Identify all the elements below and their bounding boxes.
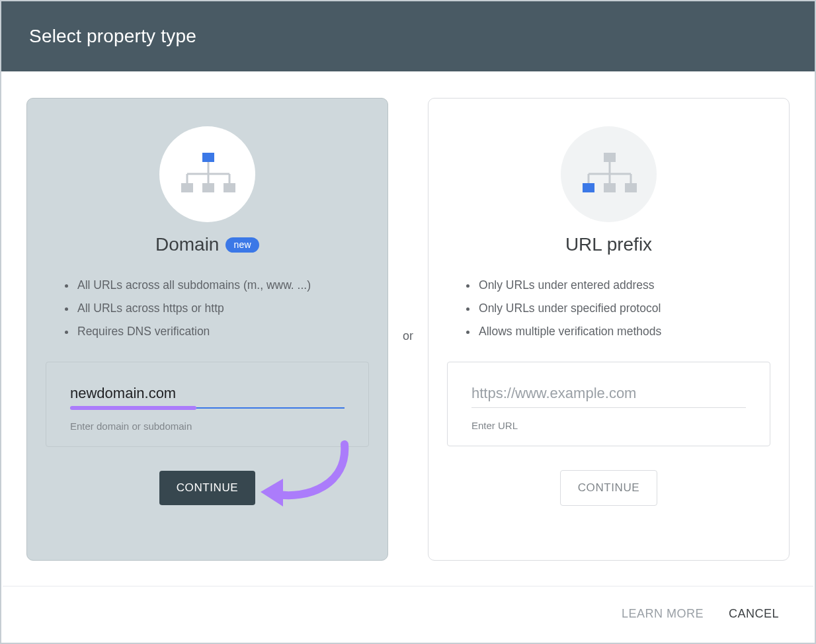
domain-input[interactable] — [70, 383, 345, 407]
arrow-annotation-icon — [255, 438, 361, 517]
svg-rect-6 — [181, 183, 193, 192]
new-badge: new — [225, 237, 259, 253]
url-title-text: URL prefix — [565, 234, 652, 255]
input-underline — [471, 407, 746, 408]
domain-feature: Requires DNS verification — [76, 320, 369, 343]
or-separator: or — [403, 329, 413, 343]
domain-features: All URLs across all subdomains (m., www.… — [46, 274, 369, 343]
url-feature: Allows multiple verification methods — [477, 320, 770, 343]
url-input-helper: Enter URL — [471, 420, 746, 431]
url-button-row: CONTINUE — [447, 470, 770, 506]
url-feature: Only URLs under entered address — [477, 274, 770, 297]
highlight-annotation — [70, 406, 196, 410]
svg-rect-0 — [202, 153, 214, 162]
svg-rect-9 — [604, 153, 616, 162]
url-card-title: URL prefix — [565, 234, 652, 255]
domain-feature: All URLs across https or http — [76, 297, 369, 320]
sitemap-icon — [159, 126, 255, 222]
url-prefix-card[interactable]: URL prefix Only URLs under entered addre… — [428, 98, 790, 561]
svg-rect-16 — [604, 183, 616, 192]
domain-card-title: Domain new — [155, 234, 259, 255]
domain-input-container: Enter domain or subdomain — [46, 362, 369, 447]
dialog: Select property type Domain — [0, 0, 816, 644]
domain-continue-button[interactable]: CONTINUE — [159, 471, 256, 505]
svg-rect-7 — [202, 183, 214, 192]
cancel-button[interactable]: CANCEL — [729, 607, 779, 621]
domain-card[interactable]: Domain new All URLs across all subdomain… — [26, 98, 388, 561]
url-features: Only URLs under entered address Only URL… — [447, 274, 770, 343]
svg-rect-8 — [224, 183, 235, 192]
url-continue-button[interactable]: CONTINUE — [560, 470, 658, 506]
url-input-container: Enter URL — [447, 362, 770, 446]
dialog-header: Select property type — [1, 1, 815, 71]
domain-button-row: CONTINUE — [46, 471, 369, 505]
dialog-body: Domain new All URLs across all subdomain… — [1, 71, 815, 574]
dialog-footer: LEARN MORE CANCEL — [3, 586, 813, 641]
url-input[interactable] — [471, 383, 746, 407]
dialog-title: Select property type — [29, 26, 196, 47]
svg-rect-17 — [625, 183, 637, 192]
sitemap-icon — [561, 126, 657, 222]
url-feature: Only URLs under specified protocol — [477, 297, 770, 320]
svg-rect-15 — [583, 183, 594, 192]
learn-more-link[interactable]: LEARN MORE — [622, 607, 704, 621]
input-underline — [70, 407, 345, 409]
domain-title-text: Domain — [155, 234, 219, 255]
domain-feature: All URLs across all subdomains (m., www.… — [76, 274, 369, 297]
domain-input-helper: Enter domain or subdomain — [70, 421, 345, 432]
